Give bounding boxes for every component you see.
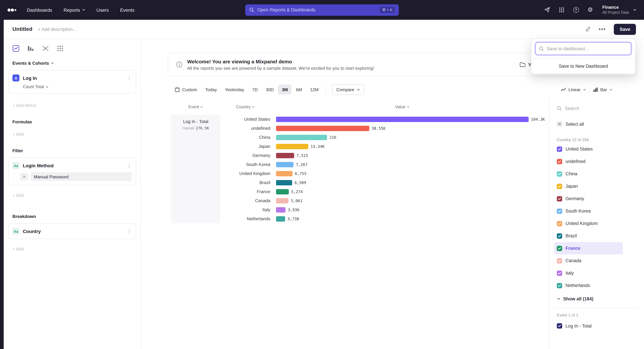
legend-item-italy[interactable]: Italy xyxy=(554,267,623,279)
project-switcher[interactable]: Finance All Project Data xyxy=(602,5,629,15)
legend-item-netherlands[interactable]: Netherlands xyxy=(554,279,623,292)
value-bar[interactable] xyxy=(276,153,294,158)
range-3m-button[interactable]: 3M xyxy=(278,84,292,94)
value-bar[interactable] xyxy=(276,198,288,203)
legend-item-china[interactable]: China xyxy=(554,168,623,180)
help-icon[interactable]: ? xyxy=(573,7,579,13)
nav-item-events[interactable]: Events xyxy=(120,7,134,12)
report-title[interactable]: Untitled xyxy=(12,26,32,32)
tab-funnels-icon[interactable] xyxy=(27,45,34,52)
events-cohorts-section[interactable]: Events & Cohorts xyxy=(12,61,140,66)
legend-item-south-korea[interactable]: South Korea xyxy=(554,205,623,217)
legend-item-germany[interactable]: Germany xyxy=(554,192,623,205)
metric-card[interactable]: A Log In ⋮ Count Total xyxy=(8,70,136,93)
legend-search-input[interactable] xyxy=(565,106,628,111)
range-custom-button[interactable]: Custom xyxy=(171,84,201,94)
tab-insights-icon[interactable] xyxy=(12,45,20,52)
show-all-button[interactable]: Show all (184) xyxy=(554,294,639,304)
metric-aggregation-dropdown[interactable]: Count Total xyxy=(23,84,132,89)
compare-button[interactable]: Compare xyxy=(332,84,364,95)
value-bar[interactable] xyxy=(276,180,292,185)
kebab-menu-icon[interactable]: ⋮ xyxy=(127,229,132,234)
checkbox[interactable] xyxy=(557,221,562,226)
checkbox[interactable] xyxy=(557,171,562,177)
add-metric-button[interactable]: + Add Metric xyxy=(12,103,140,108)
nav-item-users[interactable]: Users xyxy=(96,7,109,12)
checkbox[interactable] xyxy=(557,246,562,251)
metric-name[interactable]: Log In xyxy=(23,75,37,81)
filter-value-field[interactable]: Manual Password xyxy=(30,172,132,181)
filter-card[interactable]: Aa Login Method ⋮ = Manual Password xyxy=(8,158,136,185)
checkbox[interactable] xyxy=(557,159,562,164)
checkbox[interactable] xyxy=(557,184,562,189)
value-bar[interactable] xyxy=(276,126,369,131)
mixpanel-logo[interactable] xyxy=(8,7,18,12)
save-dashboard-input[interactable] xyxy=(547,46,628,51)
range-30d-button[interactable]: 30D xyxy=(262,84,278,94)
settings-gear-icon[interactable]: ⚙ xyxy=(588,7,593,13)
range-today-button[interactable]: Today xyxy=(202,84,220,94)
checkbox[interactable] xyxy=(557,283,562,288)
more-ellipsis-icon[interactable]: ••• xyxy=(598,26,606,33)
value-bar[interactable] xyxy=(276,207,286,212)
legend-search[interactable] xyxy=(554,103,639,114)
save-button[interactable]: Save xyxy=(614,24,636,35)
value-column-header[interactable]: Value xyxy=(276,105,528,109)
line-mode-dropdown[interactable]: Linear xyxy=(561,87,586,92)
legend-item-canada[interactable]: Canada xyxy=(554,255,623,267)
value-bar[interactable] xyxy=(276,189,289,194)
chart-type-dropdown[interactable]: Bar xyxy=(593,87,612,92)
legend-item-united-states[interactable]: United States xyxy=(554,143,623,155)
breakdown-property-name[interactable]: Country xyxy=(23,229,41,234)
chevron-down-icon[interactable] xyxy=(633,8,636,12)
banner-action-button[interactable]: V xyxy=(520,62,531,67)
checkbox[interactable] xyxy=(557,196,562,201)
copy-link-icon[interactable] xyxy=(585,26,590,32)
save-dashboard-search[interactable] xyxy=(535,42,631,55)
range-12m-button[interactable]: 12M xyxy=(306,84,322,94)
global-search-button[interactable]: Open Reports & Dashboards ⌘ + K xyxy=(245,4,399,15)
tab-retention-icon[interactable] xyxy=(57,45,64,52)
breakdown-card[interactable]: Aa Country ⋮ xyxy=(8,223,136,239)
checkbox[interactable] xyxy=(557,270,562,276)
legend-item-undefined[interactable]: undefined xyxy=(554,155,623,168)
legend-item-france[interactable]: France xyxy=(554,242,623,255)
legend-item-brazil[interactable]: Brazil xyxy=(554,230,623,242)
checkbox[interactable] xyxy=(557,146,562,152)
apps-grid-icon[interactable] xyxy=(559,7,564,13)
value-bar[interactable] xyxy=(276,144,308,149)
checkbox[interactable] xyxy=(557,258,562,263)
legend-event-checkbox[interactable] xyxy=(557,323,562,329)
kebab-menu-icon[interactable]: ⋮ xyxy=(127,75,132,80)
range-6m-button[interactable]: 6M xyxy=(292,84,306,94)
legend-event-row[interactable]: Log In - Total xyxy=(554,321,639,331)
value-bar[interactable] xyxy=(276,216,285,221)
nav-item-dashboards[interactable]: Dashboards xyxy=(27,7,52,12)
tab-flows-icon[interactable] xyxy=(42,45,49,52)
event-column-header[interactable]: Event xyxy=(171,105,220,109)
range-yesterday-button[interactable]: Yesterday xyxy=(221,84,248,94)
select-all-row[interactable]: Select all xyxy=(554,121,639,127)
value-bar[interactable] xyxy=(276,162,294,167)
send-icon[interactable] xyxy=(544,7,550,13)
select-all-checkbox[interactable] xyxy=(557,121,562,127)
nav-item-reports[interactable]: Reports xyxy=(64,7,85,12)
checkbox[interactable] xyxy=(557,208,562,214)
kebab-menu-icon[interactable]: ⋮ xyxy=(127,163,132,168)
filter-property-name[interactable]: Login Method xyxy=(23,163,54,168)
add-description-button[interactable]: + Add description... xyxy=(38,27,76,32)
add-filter-button[interactable]: + Add xyxy=(12,193,140,198)
save-to-new-dashboard-item[interactable]: Save to New Dashboard xyxy=(531,59,635,74)
range-7d-button[interactable]: 7D xyxy=(248,84,262,94)
value-bar[interactable] xyxy=(276,171,292,176)
value-bar[interactable] xyxy=(276,116,528,122)
event-series-cell[interactable]: Log In - Total Overall276.5K xyxy=(171,115,220,223)
legend-item-japan[interactable]: Japan xyxy=(554,180,623,192)
add-breakdown-button[interactable]: + Add xyxy=(12,246,140,251)
filter-operator-button[interactable]: = xyxy=(20,173,28,181)
value-bar[interactable] xyxy=(276,135,327,140)
add-formula-button[interactable]: + Add xyxy=(12,132,140,137)
legend-item-united-kingdom[interactable]: United Kingdom xyxy=(554,217,623,230)
country-column-header[interactable]: Country xyxy=(220,105,270,109)
checkbox[interactable] xyxy=(557,233,562,239)
